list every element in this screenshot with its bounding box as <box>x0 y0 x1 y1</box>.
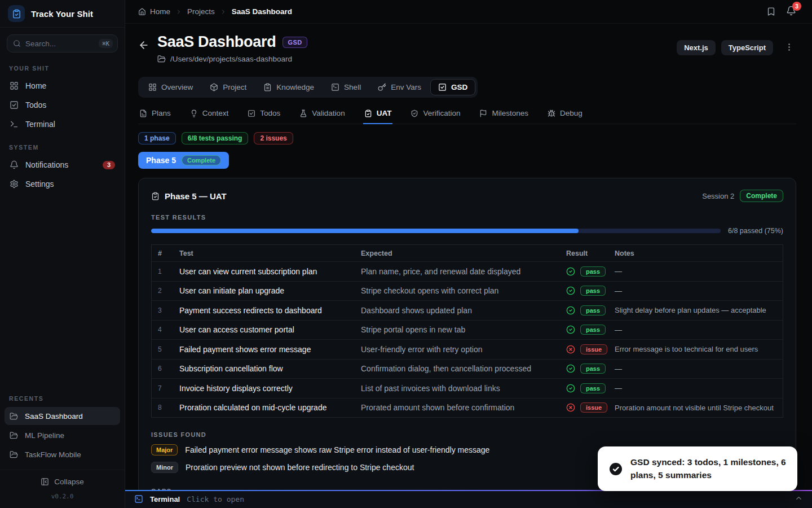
page-title: SaaS Dashboard <box>157 33 276 51</box>
breadcrumb-label: Projects <box>187 7 215 16</box>
more-menu-button[interactable] <box>782 42 796 54</box>
collapse-label: Collapse <box>54 478 84 486</box>
subtab-label: Debug <box>560 109 582 117</box>
tag-nextjs[interactable]: Next.js <box>677 40 716 55</box>
topbar: Home Projects SaaS Dashboard 3 <box>125 0 812 24</box>
tab-knowledge[interactable]: Knowledge <box>255 79 322 95</box>
toast-text: GSD synced: 3 todos, 1 milestones, 6 pla… <box>630 456 786 481</box>
recent-item-taskflow-mobile[interactable]: TaskFlow Mobile <box>5 445 120 463</box>
sidebar-item-todos[interactable]: Todos <box>5 96 120 114</box>
result-badge: pass <box>580 266 606 277</box>
circle-check-icon <box>566 325 575 334</box>
table-row: 7 Invoice history displays correctly Lis… <box>152 378 783 398</box>
sidebar-item-terminal[interactable]: Terminal <box>5 115 120 133</box>
subtab-label: UAT <box>377 109 392 117</box>
tests-passing-pill: 6/8 tests passing <box>182 132 249 144</box>
tab-label: Knowledge <box>276 83 314 91</box>
row-expected: List of past invoices with download link… <box>361 384 566 393</box>
phase-5-button[interactable]: Phase 5 Complete <box>138 152 229 169</box>
subtab-verification[interactable]: Verification <box>409 108 461 124</box>
row-expected: Confirmation dialog, then cancellation p… <box>361 364 566 373</box>
notifications-button[interactable]: 3 <box>786 6 796 17</box>
subtab-context[interactable]: Context <box>189 108 230 124</box>
sidebar-item-home[interactable]: Home <box>5 77 120 95</box>
tab-label: GSD <box>451 83 467 91</box>
lightbulb-icon <box>190 110 198 117</box>
breadcrumb-current: SaaS Dashboard <box>232 7 292 16</box>
table-row: 4 User can access customer portal Stripe… <box>152 320 783 340</box>
row-test: Proration calculated on mid-cycle upgrad… <box>179 403 361 412</box>
folder-open-icon <box>10 412 18 421</box>
subtab-milestones[interactable]: Milestones <box>478 108 529 124</box>
row-notes: Slight delay before plan updates — accep… <box>615 306 783 314</box>
search-icon <box>13 40 21 47</box>
table-row: 1 User can view current subscription pla… <box>152 261 783 281</box>
sidebar-item-notifications[interactable]: Notifications 3 <box>5 156 120 174</box>
subtab-validation[interactable]: Validation <box>298 108 346 124</box>
result-badge: pass <box>580 383 606 393</box>
file-text-icon <box>139 110 147 117</box>
circle-x-icon <box>566 403 575 412</box>
bookmark-icon[interactable] <box>766 7 776 16</box>
issues-found-label: ISSUES FOUND <box>151 431 783 438</box>
sidebar-item-label: Home <box>25 81 46 90</box>
phase-selector-row: Phase 5 Complete <box>138 152 796 169</box>
notification-count-badge: 3 <box>792 2 801 11</box>
recent-item-label: ML Pipeline <box>25 431 64 440</box>
tag-typescript[interactable]: TypeScript <box>721 40 773 55</box>
project-path: /Users/dev/projects/saas-dashboard <box>157 55 307 63</box>
subtab-todos[interactable]: Todos <box>246 108 281 124</box>
tab-overview[interactable]: Overview <box>140 79 201 95</box>
circle-x-icon <box>566 345 575 354</box>
tab-project[interactable]: Project <box>202 79 254 95</box>
section-recents: RECENTS <box>9 395 116 402</box>
row-result: pass <box>566 364 615 374</box>
header-actions: Next.js TypeScript <box>677 40 796 55</box>
phase-count-pill: 1 phase <box>138 132 176 144</box>
severity-badge-major: Major <box>151 444 178 456</box>
tab-label: Overview <box>161 83 193 91</box>
row-num: 2 <box>158 287 179 295</box>
app-title: Track Your Shit <box>31 9 93 19</box>
shield-check-icon <box>411 110 418 117</box>
row-num: 6 <box>158 365 179 373</box>
terminal-expand-button[interactable] <box>795 494 803 504</box>
subtab-debug[interactable]: Debug <box>546 108 584 124</box>
col-header-test: Test <box>179 249 361 257</box>
row-notes: — <box>615 267 783 275</box>
breadcrumb-projects[interactable]: Projects <box>187 7 215 16</box>
dashboard-icon <box>148 83 157 91</box>
recent-item-saas-dashboard[interactable]: SaaS Dashboard <box>5 407 120 425</box>
circle-check-icon <box>566 364 575 373</box>
clipboard-check-icon <box>364 110 372 117</box>
row-test: Payment success redirects to dashboard <box>179 306 361 315</box>
tab-env-vars[interactable]: Env Vars <box>370 79 429 95</box>
panel-collapse-icon <box>41 478 49 486</box>
circle-check-filled-icon <box>609 462 623 476</box>
title-block: SaaS Dashboard GSD /Users/dev/projects/s… <box>157 33 307 63</box>
terminal-bar[interactable]: Terminal Click to open <box>125 490 812 508</box>
tab-shell[interactable]: Shell <box>323 79 369 95</box>
circle-check-icon <box>566 306 575 315</box>
tab-gsd[interactable]: GSD <box>430 79 475 95</box>
back-button[interactable] <box>138 40 149 52</box>
clipboard-check-icon <box>151 192 160 200</box>
folder-open-icon <box>10 450 18 459</box>
ellipsis-vertical-icon <box>784 42 794 52</box>
subtab-uat[interactable]: UAT <box>363 108 393 124</box>
sidebar-item-label: Notifications <box>25 160 68 169</box>
app-logo-row: Track Your Shit <box>0 0 125 28</box>
sidebar-item-settings[interactable]: Settings <box>5 175 120 193</box>
collapse-button[interactable]: Collapse <box>0 470 125 488</box>
recent-item-label: SaaS Dashboard <box>25 412 83 421</box>
recent-item-ml-pipeline[interactable]: ML Pipeline <box>5 426 120 444</box>
breadcrumb-home[interactable]: Home <box>138 7 170 16</box>
severity-badge-minor: Minor <box>151 462 178 473</box>
subtab-label: Context <box>202 109 229 117</box>
row-num: 3 <box>158 306 179 314</box>
sidebar-item-label: Settings <box>25 179 54 189</box>
row-test: User can view current subscription plan <box>179 267 361 276</box>
search-input[interactable]: Search... ⌘K <box>7 34 118 52</box>
terminal-square-icon <box>134 494 143 503</box>
subtab-plans[interactable]: Plans <box>138 108 172 124</box>
